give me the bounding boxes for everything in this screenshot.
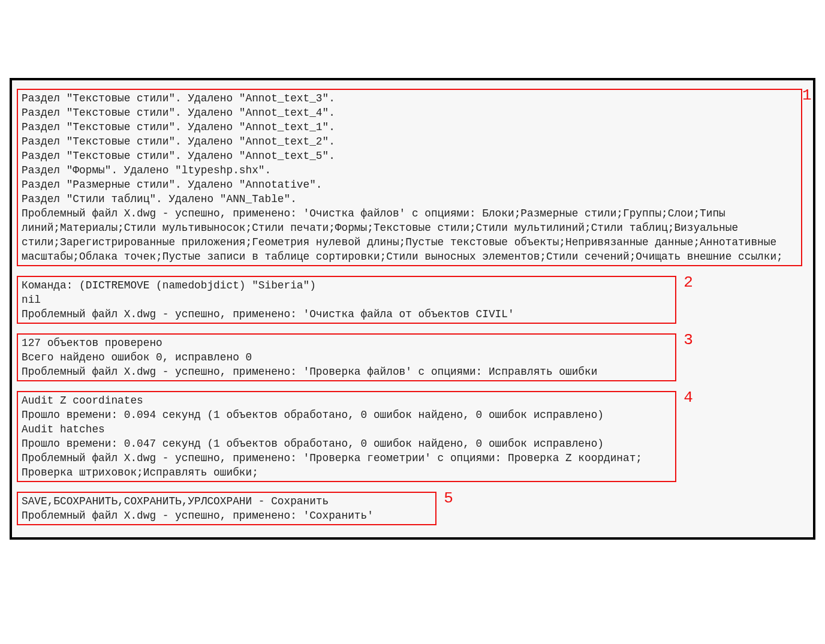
log-line: Проблемный файл X.dwg - успешно, примене… [22, 307, 672, 321]
log-output-panel: Раздел "Текстовые стили". Удалено "Annot… [10, 78, 815, 540]
section-4-row: Audit Z coordinates Прошло времени: 0.09… [17, 386, 808, 487]
log-line: nil [22, 293, 672, 307]
log-line: Раздел "Стили таблиц". Удалено "ANN_Tabl… [22, 192, 797, 206]
section-number: 1 [802, 86, 812, 104]
section-1: Раздел "Текстовые стили". Удалено "Annot… [17, 89, 802, 266]
log-line: Раздел "Текстовые стили". Удалено "Annot… [22, 120, 797, 134]
log-line: SAVE,БСОХРАНИТЬ,СОХРАНИТЬ,УРЛСОХРАНИ - С… [22, 494, 432, 508]
section-5-label: 5 [436, 487, 460, 507]
section-number: 4 [684, 389, 693, 407]
log-line: Проблемный файл X.dwg - успешно, примене… [22, 451, 672, 480]
log-line: Проблемный файл X.dwg - успешно, примене… [22, 206, 797, 264]
section-4-label: 4 [676, 386, 700, 407]
section-2-row: Команда: (DICTREMOVE (namedobjdict) "Sib… [17, 271, 808, 329]
page: Раздел "Текстовые стили". Удалено "Annot… [0, 0, 825, 540]
log-line: Команда: (DICTREMOVE (namedobjdict) "Sib… [22, 278, 672, 293]
log-line: Прошло времени: 0.094 секунд (1 объектов… [22, 408, 672, 422]
section-1-label: 1 [802, 84, 812, 104]
section-5: SAVE,БСОХРАНИТЬ,СОХРАНИТЬ,УРЛСОХРАНИ - С… [17, 492, 436, 525]
section-3-label: 3 [676, 329, 700, 349]
section-2: Команда: (DICTREMOVE (namedobjdict) "Sib… [17, 276, 676, 324]
log-line: Раздел "Формы". Удалено "ltypeshp.shx". [22, 163, 797, 177]
log-line: Раздел "Текстовые стили". Удалено "Annot… [22, 149, 797, 163]
log-line: Audit Z coordinates [22, 393, 672, 408]
log-line: Раздел "Текстовые стили". Удалено "Annot… [22, 134, 797, 149]
section-5-row: SAVE,БСОХРАНИТЬ,СОХРАНИТЬ,УРЛСОХРАНИ - С… [17, 487, 808, 530]
section-1-row: Раздел "Текстовые стили". Удалено "Annot… [17, 84, 808, 271]
section-number: 2 [684, 273, 693, 291]
log-line: Раздел "Текстовые стили". Удалено "Annot… [22, 106, 797, 120]
section-number: 5 [444, 489, 453, 507]
log-line: Прошло времени: 0.047 секунд (1 объектов… [22, 437, 672, 451]
log-line: Раздел "Размерные стили". Удалено "Annot… [22, 177, 797, 192]
log-line: Раздел "Текстовые стили". Удалено "Annot… [22, 91, 797, 106]
log-line: Audit hatches [22, 422, 672, 437]
log-line: 127 объектов проверено [22, 336, 672, 350]
section-2-label: 2 [676, 271, 700, 291]
section-3-row: 127 объектов проверено Всего найдено оши… [17, 329, 808, 386]
section-3: 127 объектов проверено Всего найдено оши… [17, 333, 676, 381]
log-line: Всего найдено ошибок 0, исправлено 0 [22, 350, 672, 365]
log-line: Проблемный файл X.dwg - успешно, примене… [22, 365, 672, 379]
log-line: Проблемный файл X.dwg - успешно, примене… [22, 508, 432, 523]
section-4: Audit Z coordinates Прошло времени: 0.09… [17, 391, 676, 482]
section-number: 3 [684, 331, 693, 349]
